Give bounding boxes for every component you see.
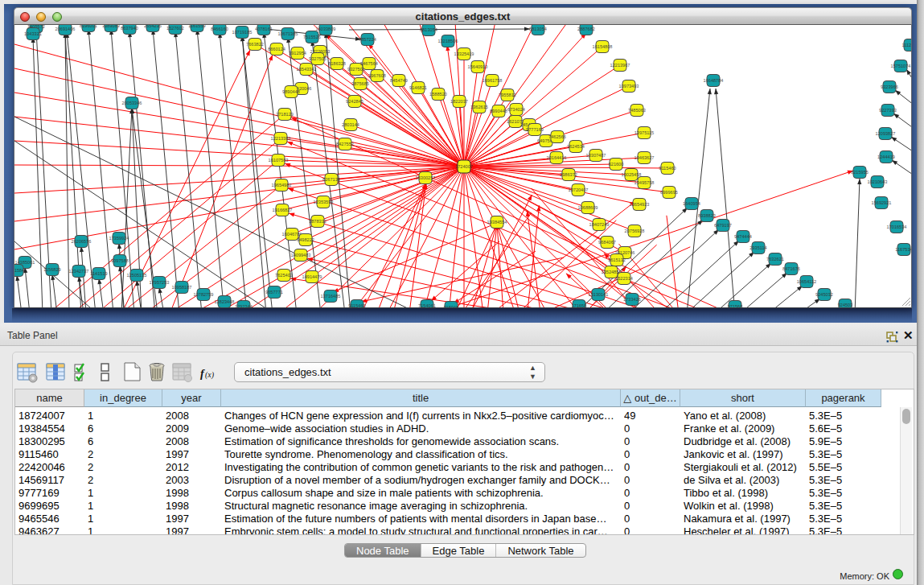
svg-text:9115460: 9115460 (348, 303, 365, 308)
svg-text:6734024: 6734024 (507, 107, 525, 112)
svg-text:9245032: 9245032 (815, 292, 833, 297)
svg-text:12505135: 12505135 (127, 273, 147, 278)
svg-text:14914479: 14914479 (302, 274, 322, 279)
svg-text:8196001: 8196001 (80, 25, 97, 28)
svg-text:2935114: 2935114 (749, 245, 766, 250)
svg-text:10671385: 10671385 (278, 31, 298, 36)
svg-text:12213967: 12213967 (610, 63, 630, 68)
svg-text:3389083: 3389083 (102, 25, 120, 28)
svg-text:1141519: 1141519 (90, 271, 107, 276)
svg-text:9777169: 9777169 (526, 127, 544, 132)
svg-text:10719185: 10719185 (232, 30, 253, 35)
svg-text:1724007: 1724007 (455, 164, 473, 169)
svg-text:5467564: 5467564 (360, 61, 378, 66)
svg-text:924503: 924503 (838, 303, 853, 307)
svg-text:2887682: 2887682 (577, 27, 595, 31)
svg-text:13325419: 13325419 (454, 51, 474, 56)
svg-text:9146821: 9146821 (409, 85, 427, 90)
svg-text:15300257: 15300257 (416, 175, 436, 180)
svg-text:915046: 915046 (444, 305, 459, 308)
svg-text:1161559: 1161559 (188, 25, 205, 28)
svg-text:6999695: 6999695 (660, 190, 678, 195)
svg-text:8813054: 8813054 (420, 27, 437, 32)
svg-text:19654982: 19654982 (272, 183, 292, 187)
svg-text:13654923: 13654923 (630, 202, 650, 207)
svg-text:7632621: 7632621 (766, 257, 784, 262)
svg-text:20756928: 20756928 (625, 229, 645, 233)
svg-text:14099483: 14099483 (291, 253, 311, 257)
svg-text:7515526: 7515526 (303, 35, 321, 39)
svg-text:10654112: 10654112 (797, 279, 816, 284)
svg-text:8454749: 8454749 (390, 78, 408, 83)
svg-text:8466160: 8466160 (211, 27, 228, 31)
svg-text:16543342: 16543342 (297, 67, 317, 72)
svg-text:12823448: 12823448 (215, 299, 235, 304)
svg-text:10307487: 10307487 (586, 153, 606, 158)
svg-text:7485063: 7485063 (628, 108, 646, 113)
svg-text:12353593: 12353593 (314, 200, 334, 204)
svg-text:10720407: 10720407 (569, 187, 589, 192)
svg-text:171658: 171658 (572, 303, 587, 308)
svg-text:13716485: 13716485 (321, 294, 341, 299)
svg-text:9115460: 9115460 (659, 166, 676, 171)
svg-text:2986372: 2986372 (560, 172, 577, 177)
svg-text:2967608: 2967608 (368, 73, 386, 78)
svg-text:9227393: 9227393 (879, 108, 897, 113)
svg-text:2718129: 2718129 (276, 112, 294, 117)
svg-text:10958187: 10958187 (172, 285, 192, 290)
svg-text:26206576: 26206576 (72, 239, 92, 244)
svg-text:12093827: 12093827 (876, 131, 896, 136)
svg-text:19463627: 19463627 (634, 155, 655, 160)
svg-text:8471676: 8471676 (782, 266, 800, 271)
svg-text:(x): (x) (205, 370, 215, 380)
svg-text:12342737: 12342737 (69, 269, 89, 274)
svg-text:15640910: 15640910 (468, 64, 488, 69)
svg-text:1112842: 1112842 (902, 43, 912, 47)
svg-text:17016534: 17016534 (887, 225, 907, 229)
svg-text:19384554: 19384554 (487, 220, 507, 225)
svg-text:1292344: 1292344 (235, 304, 253, 308)
svg-text:8990448: 8990448 (490, 109, 507, 113)
svg-text:391584: 391584 (14, 268, 24, 273)
svg-text:19166827: 19166827 (273, 208, 293, 212)
svg-text:9327508: 9327508 (347, 67, 365, 72)
svg-text:8186328: 8186328 (328, 61, 346, 66)
svg-text:15751074: 15751074 (891, 64, 911, 68)
svg-text:18407249: 18407249 (589, 222, 610, 227)
svg-text:7625402: 7625402 (275, 273, 293, 278)
svg-text:9890448: 9890448 (282, 89, 300, 94)
svg-text:7154061: 7154061 (418, 303, 436, 308)
svg-text:1043321: 1043321 (24, 31, 42, 36)
svg-text:15692921: 15692921 (872, 200, 892, 205)
svg-text:20164416: 20164416 (547, 155, 567, 160)
svg-text:1362615: 1362615 (470, 105, 488, 109)
svg-text:9097588: 9097588 (111, 258, 129, 263)
svg-text:2803144: 2803144 (342, 122, 359, 127)
svg-text:12213383: 12213383 (271, 136, 291, 141)
svg-text:8267130: 8267130 (322, 177, 340, 182)
svg-text:3624534: 3624534 (567, 144, 585, 149)
svg-text:1615132: 1615132 (608, 257, 626, 262)
svg-text:1167534: 1167534 (895, 247, 912, 252)
svg-text:20691406: 20691406 (55, 27, 76, 31)
svg-text:13975115: 13975115 (634, 130, 654, 135)
svg-text:10973493: 10973493 (619, 84, 639, 89)
svg-text:8215955: 8215955 (851, 170, 869, 175)
svg-text:3878332: 3878332 (309, 219, 326, 224)
svg-text:9684067: 9684067 (598, 240, 616, 245)
svg-text:16154808: 16154808 (593, 44, 613, 49)
svg-text:7462566: 7462566 (548, 134, 566, 139)
svg-text:10782759: 10782759 (194, 292, 214, 297)
svg-text:1588520: 1588520 (429, 92, 447, 97)
svg-text:10210643: 10210643 (868, 179, 888, 184)
svg-text:9242845: 9242845 (346, 99, 363, 104)
svg-text:9657771: 9657771 (265, 290, 283, 295)
svg-text:16648784: 16648784 (704, 78, 724, 83)
svg-text:8427552: 8427552 (336, 142, 354, 146)
svg-text:971568: 971568 (728, 304, 743, 308)
svg-text:7955812: 7955812 (499, 93, 516, 97)
svg-text:8660124: 8660124 (268, 47, 285, 51)
svg-text:2654235: 2654235 (144, 25, 162, 28)
svg-text:17957253: 17957253 (150, 280, 170, 285)
svg-text:8938823: 8938823 (698, 213, 716, 218)
